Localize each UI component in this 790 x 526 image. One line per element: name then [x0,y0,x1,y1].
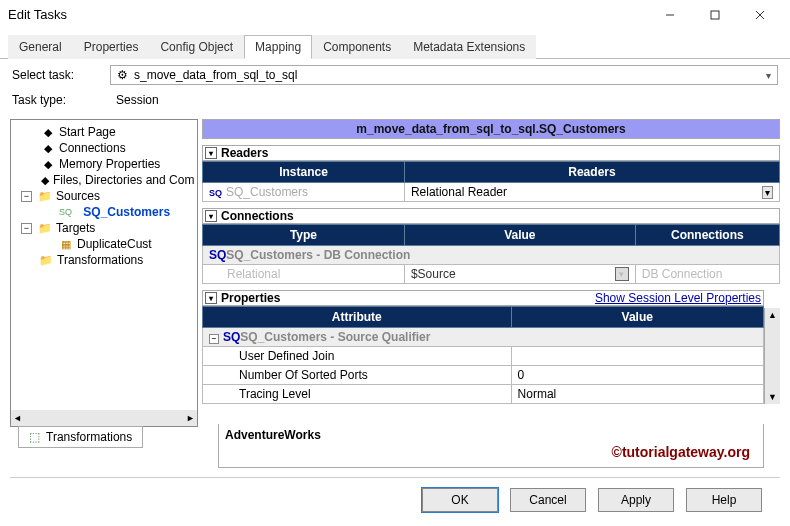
tree-targets[interactable]: −📁Targets [13,220,195,236]
watermark: ©tutorialgateway.org [612,444,750,460]
conn-header-type: Type [203,225,405,246]
tree-transformations[interactable]: 📁Transformations [13,252,195,268]
readers-table: Instance Readers SQSQ_Customers Relation… [202,161,780,202]
scroll-up-icon[interactable]: ▲ [768,310,777,320]
diamond-icon: ◆ [41,125,55,139]
properties-table: Attribute Value −SQSQ_Customers - Source… [202,306,764,404]
task-type-label: Task type: [12,93,102,107]
window-title: Edit Tasks [8,7,647,22]
prop-val-cell[interactable]: Normal [511,385,763,404]
collapse-icon[interactable]: − [209,334,219,344]
properties-section-header: ▾ Properties Show Session Level Properti… [202,290,764,306]
prop-attr-cell: User Defined Join [203,347,512,366]
svg-rect-1 [711,11,719,19]
sq-badge-icon: SQ [209,248,226,262]
table-icon: ▦ [59,237,73,251]
help-button[interactable]: Help [686,488,762,512]
readers-reader-cell[interactable]: Relational Reader▾ [404,183,779,202]
task-type-value: Session [110,91,778,109]
tree-start-page[interactable]: ◆Start Page [13,124,195,140]
scroll-left-icon[interactable]: ◄ [13,413,22,423]
prop-val-cell[interactable] [511,347,763,366]
tree-memory[interactable]: ◆Memory Properties [13,156,195,172]
transformations-tab[interactable]: ⬚ Transformations [18,426,143,448]
prop-group-row[interactable]: −SQSQ_Customers - Source Qualifier [203,328,764,347]
conn-header-value: Value [404,225,635,246]
sq-badge-icon: SQ [209,188,222,198]
chevron-down-icon: ▾ [766,70,771,81]
browse-icon[interactable]: ▾ [615,267,629,281]
diamond-icon: ◆ [41,173,49,187]
mapping-title: m_move_data_from_sql_to_sql.SQ_Customers [202,119,780,139]
diamond-icon: ◆ [41,141,55,155]
tree-connections[interactable]: ◆Connections [13,140,195,156]
prop-header-val: Value [511,307,763,328]
tab-mapping[interactable]: Mapping [244,35,312,59]
readers-section-header: ▾ Readers [202,145,780,161]
tab-bar: General Properties Config Object Mapping… [0,34,790,59]
folder-icon: 📁 [39,253,53,267]
tab-general[interactable]: General [8,35,73,59]
conn-group-row[interactable]: SQSQ_Customers - DB Connection [203,246,780,265]
scroll-right-icon[interactable]: ► [186,413,195,423]
collapse-icon[interactable]: ▾ [205,292,217,304]
prop-attr-cell: Number Of Sorted Ports [203,366,512,385]
select-task-label: Select task: [12,68,102,82]
prop-header-attr: Attribute [203,307,512,328]
maximize-button[interactable] [692,0,737,29]
tree-duplicate-cust[interactable]: ▦DuplicateCust [13,236,195,252]
connections-table: Type Value Connections SQSQ_Customers - … [202,224,780,284]
vertical-scrollbar[interactable]: ▲ ▼ [764,308,780,404]
chevron-down-icon[interactable]: ▾ [762,186,773,199]
diamond-icon: ◆ [41,157,55,171]
tab-properties[interactable]: Properties [73,35,150,59]
tree-files[interactable]: ◆Files, Directories and Com [13,172,195,188]
gear-icon: ⚙ [117,68,128,82]
sq-icon: SQ [59,207,72,217]
prop-attr-cell: Tracing Level [203,385,512,404]
connections-section-header: ▾ Connections [202,208,780,224]
minimize-button[interactable] [647,0,692,29]
apply-button[interactable]: Apply [598,488,674,512]
readers-instance-cell: SQSQ_Customers [203,183,405,202]
collapse-icon[interactable]: − [21,191,32,202]
tab-config-object[interactable]: Config Object [149,35,244,59]
separator [10,477,780,478]
scroll-down-icon[interactable]: ▼ [768,392,777,402]
ok-button[interactable]: OK [422,488,498,512]
conn-header-conn: Connections [635,225,779,246]
prop-val-cell[interactable]: 0 [511,366,763,385]
show-session-level-link[interactable]: Show Session Level Properties [595,291,761,305]
close-button[interactable] [737,0,782,29]
tree-sources[interactable]: −📁Sources [13,188,195,204]
conn-value-cell[interactable]: $Source▾ [404,265,635,284]
tab-components[interactable]: Components [312,35,402,59]
collapse-icon[interactable]: ▾ [205,210,217,222]
select-task-dropdown[interactable]: ⚙ s_move_data_from_sql_to_sql ▾ [110,65,778,85]
tree-scrollbar[interactable]: ◄ ► [11,410,197,426]
tab-metadata[interactable]: Metadata Extensions [402,35,536,59]
readers-header-instance: Instance [203,162,405,183]
navigator-tree[interactable]: ◆Start Page ◆Connections ◆Memory Propert… [10,119,198,427]
conn-conn-cell: DB Connection [635,265,779,284]
selected-task-value: s_move_data_from_sql_to_sql [134,68,297,82]
readers-header-readers: Readers [404,162,779,183]
collapse-icon[interactable]: ▾ [205,147,217,159]
sq-badge-icon: SQ [223,330,240,344]
folder-icon: 📁 [38,189,52,203]
cancel-button[interactable]: Cancel [510,488,586,512]
folder-icon: 📁 [38,221,52,235]
tree-sq-customers[interactable]: SQ SQ_Customers [13,204,195,220]
transform-icon: ⬚ [29,430,40,444]
conn-type-cell: Relational [203,265,405,284]
collapse-icon[interactable]: − [21,223,32,234]
